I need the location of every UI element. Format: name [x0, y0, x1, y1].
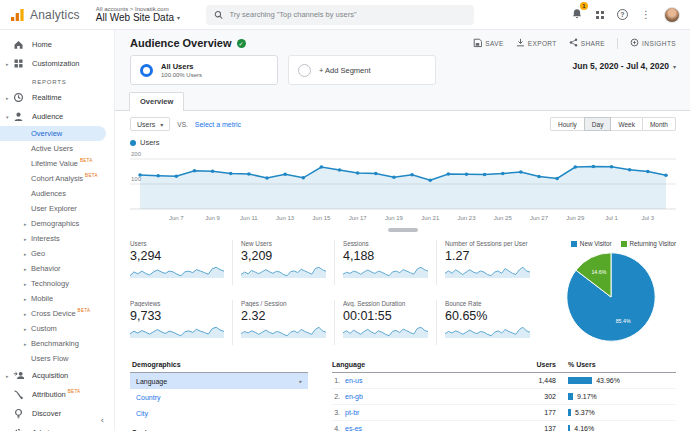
sidebar-item-demographics[interactable]: ▸Demographics [0, 216, 114, 231]
export-button[interactable]: EXPORT [516, 37, 557, 49]
share-button[interactable]: SHARE [569, 37, 605, 49]
metric-cards: Users3,294New Users3,209Sessions4,188Num… [130, 240, 538, 345]
verified-check-icon: ✓ [237, 39, 246, 48]
sidebar-item-label: Custom [31, 324, 57, 333]
granularity-week[interactable]: Week [610, 117, 643, 131]
date-range-selector[interactable]: Jun 5, 2020 - Jul 4, 2020 ▾ [573, 55, 676, 71]
apps-grid-icon[interactable] [596, 11, 604, 19]
sidebar-heading-reports: REPORTS [0, 73, 114, 88]
sidebar-item-label: Home [32, 40, 52, 49]
metric-card-pages-session[interactable]: Pages / Session2.32 [232, 300, 334, 345]
save-button[interactable]: SAVE [473, 37, 503, 49]
sidebar-item-customization[interactable]: ▸Customization [0, 54, 114, 73]
export-icon [516, 37, 525, 49]
sidebar-item-label: Benchmarking [31, 339, 79, 348]
sidebar-item-audiences[interactable]: Audiences [0, 186, 114, 201]
sidebar-item-acquisition[interactable]: ▸Acquisition [0, 366, 114, 385]
legend-label: Returning Visitor [630, 240, 676, 247]
language-link[interactable]: es-es [345, 425, 362, 431]
page-title-text: Audience Overview [130, 37, 232, 49]
select-a-metric-link[interactable]: Select a metric [195, 121, 241, 128]
analytics-logo[interactable]: Analytics [10, 8, 80, 22]
tab-strip: Overview [115, 92, 690, 111]
sidebar-item-attribution[interactable]: AttributionBETA [0, 385, 114, 404]
metric-label: Number of Sessions per User [445, 240, 530, 247]
sidebar-item-home[interactable]: Home [0, 35, 114, 54]
cell-language: 4.es-es [332, 425, 500, 431]
pct-text: 5.37% [575, 409, 595, 416]
sidebar-item-label: Audiences [31, 189, 66, 198]
sidebar-item-lifetime-value[interactable]: Lifetime ValueBETA [0, 156, 114, 171]
segment-all-users[interactable]: All Users 100.00% Users [130, 55, 278, 85]
avatar[interactable] [664, 7, 680, 23]
granularity-day[interactable]: Day [584, 117, 612, 131]
metric-card-sessions[interactable]: Sessions4,188 [334, 240, 436, 285]
sidebar-item-cohort-analysis[interactable]: Cohort AnalysisBETA [0, 171, 114, 186]
realtime-icon [13, 92, 26, 103]
sidebar-item-user-explorer[interactable]: User Explorer [0, 201, 114, 216]
sidebar-item-realtime[interactable]: ▸Realtime [0, 88, 114, 107]
language-link[interactable]: en-gb [345, 393, 363, 400]
sidebar-item-benchmarking[interactable]: ▸Benchmarking [0, 336, 114, 351]
metric-sparkline [343, 324, 428, 339]
sidebar-item-label: Customization [32, 59, 80, 68]
metric-select-dropdown[interactable]: Users ▾ [130, 117, 170, 131]
sidebar-item-discover[interactable]: Discover [0, 404, 114, 423]
column-header-pct-users: % Users [556, 361, 676, 368]
cell-pct-users: 4.16% [556, 425, 676, 431]
notification-badge: 1 [580, 2, 588, 10]
table-row: 4.es-es1374.16% [332, 421, 676, 431]
property-selector[interactable]: All Web Site Data ▾ [96, 12, 180, 23]
language-link[interactable]: en-us [345, 377, 363, 384]
main-content: Audience Overview ✓ SAVEEXPORTSHAREINSIG… [115, 30, 690, 431]
sidebar-item-custom[interactable]: ▸Custom [0, 321, 114, 336]
granularity-hourly[interactable]: Hourly [550, 117, 585, 131]
sidebar-collapse-button[interactable]: ‹ [100, 415, 104, 425]
sidebar-item-technology[interactable]: ▸Technology [0, 276, 114, 291]
sidebar-item-audience[interactable]: ▾Audience [0, 107, 114, 126]
row-rank: 2. [332, 393, 340, 400]
add-segment-button[interactable]: + Add Segment [288, 55, 436, 85]
metric-label: Users [130, 240, 224, 247]
svg-text:Jun 13: Jun 13 [276, 215, 295, 221]
column-header-language: Language [332, 361, 500, 368]
sidebar-item-mobile[interactable]: ▸Mobile [0, 291, 114, 306]
dimension-group-system: SystemBrowserOperating SystemService Pro… [130, 425, 308, 431]
metric-card-number-of-sessions-per-user[interactable]: Number of Sessions per User1.27 [436, 240, 538, 285]
insights-button[interactable]: INSIGHTS [630, 37, 676, 49]
metric-card-avg-session-duration[interactable]: Avg. Session Duration00:01:55 [334, 300, 436, 345]
sidebar-item-label: Demographics [31, 219, 79, 228]
legend-swatch-icon [621, 241, 627, 247]
visitor-pie-block: New VisitorReturning Visitor 85.4%14.6% [546, 240, 676, 345]
metric-card-pageviews[interactable]: Pageviews9,733 [130, 300, 232, 345]
pct-bar [568, 377, 592, 384]
dimension-item-language[interactable]: Language▸ [130, 373, 308, 389]
help-icon[interactable]: ? [617, 9, 628, 20]
sidebar-item-active-users[interactable]: Active Users [0, 141, 114, 156]
audience-icon [13, 111, 26, 122]
sidebar-item-overview[interactable]: Overview [0, 126, 106, 141]
svg-text:Jun 17: Jun 17 [349, 215, 368, 221]
sidebar-item-geo[interactable]: ▸Geo [0, 246, 114, 261]
language-link[interactable]: pt-br [345, 409, 359, 416]
metric-card-bounce-rate[interactable]: Bounce Rate60.65% [436, 300, 538, 345]
notifications-button[interactable]: 1 [571, 6, 583, 24]
sidebar-item-cross-device[interactable]: ▸Cross DeviceBETA [0, 306, 114, 321]
search-input[interactable] [229, 10, 466, 19]
dimension-item-country[interactable]: Country [130, 389, 308, 405]
row-rank: 3. [332, 409, 340, 416]
sidebar-item-admin[interactable]: Admin [0, 423, 114, 431]
metric-card-users[interactable]: Users3,294 [130, 240, 232, 285]
metric-card-new-users[interactable]: New Users3,209 [232, 240, 334, 285]
sidebar-item-behavior[interactable]: ▸Behavior [0, 261, 114, 276]
sidebar-item-users-flow[interactable]: Users Flow [0, 351, 114, 366]
tab-overview[interactable]: Overview [129, 92, 184, 111]
granularity-month[interactable]: Month [642, 117, 676, 131]
dimension-item-city[interactable]: City [130, 405, 308, 421]
sidebar-item-label: Cohort Analysis [31, 174, 83, 183]
kebab-menu-icon[interactable]: ⋮ [641, 10, 651, 20]
metric-label: New Users [241, 240, 326, 247]
search-bar[interactable] [206, 5, 474, 25]
metric-label: Pageviews [130, 300, 224, 307]
sidebar-item-interests[interactable]: ▸Interests [0, 231, 114, 246]
